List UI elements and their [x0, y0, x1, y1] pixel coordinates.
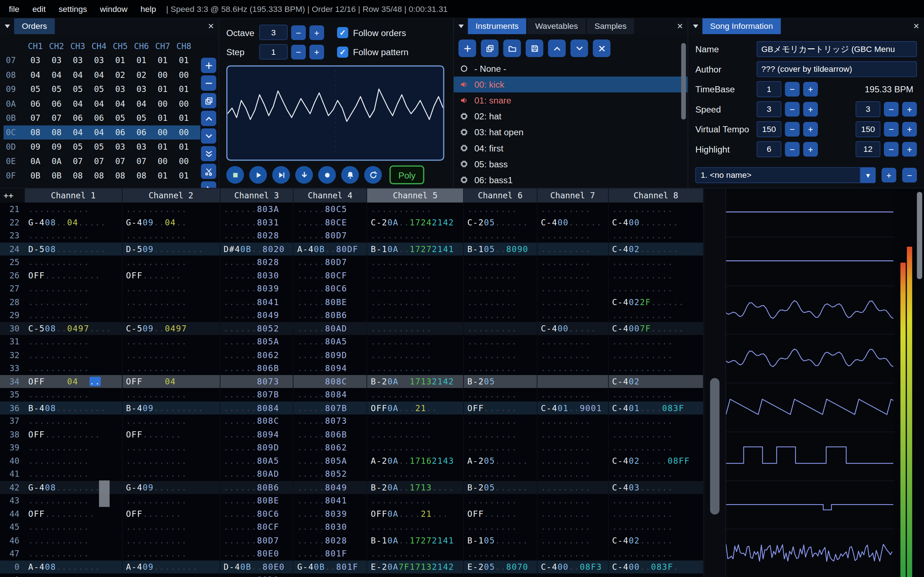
- pattern-cell[interactable]: ...........: [609, 335, 704, 348]
- pattern-cell[interactable]: ...........: [122, 295, 220, 309]
- pattern-cell[interactable]: ...........: [609, 348, 704, 362]
- move-order-down-button[interactable]: [201, 128, 216, 143]
- order-cell[interactable]: 01: [152, 111, 173, 125]
- pattern-cell[interactable]: ...........: [24, 441, 122, 455]
- pattern-cell[interactable]: ...........: [24, 295, 122, 309]
- order-cell[interactable]: 03: [131, 82, 152, 96]
- pattern-cell[interactable]: .....80C5: [294, 203, 367, 216]
- pattern-cell[interactable]: ...........: [367, 428, 464, 441]
- pattern-cell[interactable]: .....808C: [294, 375, 367, 388]
- order-cell[interactable]: 00: [152, 96, 173, 111]
- pattern-cell[interactable]: .....8062: [294, 441, 367, 455]
- pattern-cell[interactable]: ...........: [24, 256, 122, 269]
- pattern-cell[interactable]: ......80C6: [220, 507, 294, 521]
- order-cell[interactable]: 08: [67, 168, 89, 183]
- pattern-cell[interactable]: ...........: [24, 574, 122, 577]
- pattern-cell[interactable]: ......809D: [220, 441, 294, 455]
- order-cell[interactable]: 01: [173, 140, 195, 154]
- pattern-cell[interactable]: ...........: [609, 441, 704, 455]
- pattern-cell[interactable]: ...........: [24, 467, 122, 481]
- order-cell[interactable]: 0A: [25, 154, 46, 168]
- instrument-item[interactable]: 03: hat open: [454, 124, 688, 140]
- order-cell[interactable]: 09: [25, 140, 46, 154]
- add-order-button[interactable]: [201, 58, 216, 73]
- add-subsong-button[interactable]: +: [881, 168, 896, 182]
- order-cell[interactable]: 05: [131, 111, 152, 125]
- pattern-cell[interactable]: ...........: [24, 388, 122, 401]
- pattern-cell[interactable]: .........: [464, 428, 538, 441]
- pattern-corner[interactable]: ++: [0, 188, 24, 202]
- pattern-cell[interactable]: ...........: [367, 322, 464, 335]
- pattern-cell[interactable]: C-402......: [609, 534, 704, 547]
- order-cell[interactable]: 08: [25, 125, 46, 140]
- pattern-cell[interactable]: ...........: [367, 521, 464, 534]
- order-cell[interactable]: 00: [152, 68, 173, 82]
- subsong-select[interactable]: 1. <no name>: [695, 167, 860, 183]
- pattern-cell[interactable]: ...........: [367, 229, 464, 242]
- pattern-cell[interactable]: ...........: [367, 547, 464, 561]
- poly-button[interactable]: Poly: [389, 166, 425, 184]
- tab-samples[interactable]: Samples: [587, 18, 634, 34]
- pattern-cell[interactable]: ......80BE: [220, 494, 294, 508]
- speed2-plus-button[interactable]: +: [902, 102, 917, 116]
- pattern-cell[interactable]: ...........: [609, 282, 704, 295]
- highlight1-input[interactable]: 6: [756, 141, 782, 157]
- order-cell[interactable]: 05: [89, 82, 110, 96]
- order-cell[interactable]: 00: [173, 68, 195, 82]
- pattern-cell[interactable]: ......80D8: [220, 574, 294, 577]
- pattern-cell[interactable]: .....8094: [294, 361, 367, 375]
- close-icon[interactable]: ✕: [203, 22, 218, 30]
- pattern-cell[interactable]: OFF0A...21..: [367, 401, 464, 415]
- order-cell[interactable]: 03: [46, 53, 67, 68]
- pattern-cell[interactable]: B-20A..1713....: [367, 481, 464, 494]
- order-cell[interactable]: 00: [173, 154, 195, 168]
- channel-header-7[interactable]: Channel 7: [538, 188, 609, 202]
- pattern-cell[interactable]: .....8084: [294, 388, 367, 401]
- pattern-cell[interactable]: .....8049: [294, 481, 367, 494]
- pattern-cell[interactable]: .........: [464, 494, 538, 508]
- pattern-cell[interactable]: D-508.........: [24, 242, 122, 256]
- step-plus-button[interactable]: +: [309, 44, 324, 59]
- order-cell[interactable]: 01: [152, 168, 173, 183]
- pattern-cell[interactable]: ...........: [609, 414, 704, 428]
- order-cell[interactable]: 08: [131, 168, 152, 183]
- order-cell[interactable]: 01: [173, 168, 195, 183]
- pattern-cell[interactable]: D#40B..8020: [220, 242, 294, 256]
- pattern-cell[interactable]: ...........: [609, 494, 704, 508]
- duplicate-order-button[interactable]: [201, 93, 216, 108]
- play-button[interactable]: [249, 166, 267, 184]
- pattern-cell[interactable]: ...........: [609, 547, 704, 561]
- order-row[interactable]: 080404040402020000: [3, 68, 200, 82]
- pattern-cell[interactable]: .....809D: [294, 348, 367, 362]
- order-cell[interactable]: 05: [67, 82, 89, 96]
- pattern-cell[interactable]: C-400..08F3: [538, 560, 609, 574]
- order-row[interactable]: 090505050503030101: [3, 82, 200, 96]
- pattern-cell[interactable]: ......807B: [220, 388, 294, 401]
- pattern-cell[interactable]: ...........: [24, 229, 122, 242]
- pattern-cell[interactable]: .........: [538, 428, 609, 441]
- tab-wavetables[interactable]: Wavetables: [527, 18, 585, 34]
- highlight2-plus-button[interactable]: +: [902, 142, 917, 156]
- order-cell[interactable]: 00: [152, 154, 173, 168]
- pattern-cell[interactable]: ...........: [122, 574, 220, 577]
- pattern-cell[interactable]: .........: [538, 242, 609, 256]
- pattern-cell[interactable]: E-205..8070: [464, 560, 538, 574]
- pattern-cell[interactable]: ......803A: [220, 203, 294, 216]
- duplicate-order-end-button[interactable]: [201, 146, 216, 161]
- pattern-cell[interactable]: E-20A7F17132142: [367, 560, 464, 574]
- pattern-cell[interactable]: .....80CE: [294, 216, 367, 229]
- pattern-cell[interactable]: .....80BE: [294, 295, 367, 309]
- pattern-cell[interactable]: .....8041: [294, 494, 367, 508]
- highlight1-plus-button[interactable]: +: [803, 142, 818, 156]
- pattern-cell[interactable]: OFF.......: [122, 507, 220, 521]
- pattern-cell[interactable]: B-105..8090: [464, 242, 538, 256]
- pattern-cell[interactable]: .........: [538, 269, 609, 282]
- pattern-cell[interactable]: ...........: [609, 467, 704, 481]
- order-cell[interactable]: 0B: [25, 168, 46, 183]
- order-cell[interactable]: 09: [46, 140, 67, 154]
- pattern-cell[interactable]: .....806B: [294, 428, 367, 441]
- pattern-cell[interactable]: OFF0A....21...: [367, 507, 464, 521]
- pattern-cell[interactable]: ...........: [122, 455, 220, 468]
- order-cell[interactable]: 03: [110, 82, 131, 96]
- order-cell[interactable]: 04: [67, 68, 89, 82]
